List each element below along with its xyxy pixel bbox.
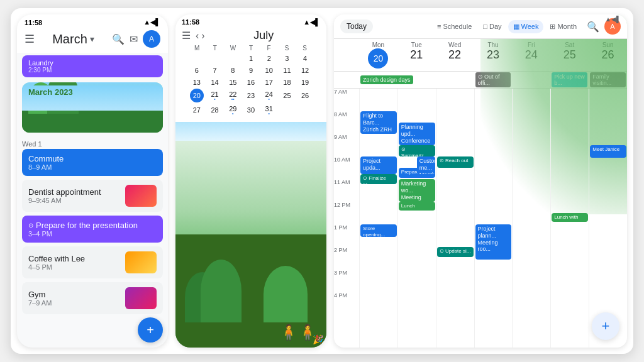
cal-nav: ☰ ‹ › July <box>182 29 320 42</box>
mon-label: Mon <box>359 41 397 48</box>
cal-day-30[interactable]: 30 <box>242 103 260 117</box>
week-header: Today ≡ Schedule □ Day ▦ Week ⊞ Month <box>334 14 627 39</box>
col-sat: S <box>278 45 296 52</box>
laundry-event[interactable]: Laundry 2:30 PM <box>22 55 163 77</box>
cal-day-21[interactable]: 21• <box>206 89 224 102</box>
tab-week[interactable]: ▦ Week <box>508 20 544 33</box>
empty-wed-all <box>436 72 474 88</box>
cal-days: 1 2 3 4 6 7 8 9 10 11 12 13 14 15 16 <box>188 53 314 117</box>
cal-day-1[interactable]: 1 <box>242 53 260 64</box>
prev-month-btn[interactable]: ‹ <box>196 30 199 41</box>
events-col-wed: ⊙ Reach out ⊙ Update sl... <box>436 89 474 348</box>
flight-event[interactable]: Flight to Barc...Zürich ZRH <box>360 111 397 134</box>
cal-day-14[interactable]: 14 <box>206 77 224 88</box>
tab-schedule[interactable]: ≡ Schedule <box>432 20 477 33</box>
tab-month[interactable]: ⊞ Month <box>545 20 582 33</box>
cal-day-6[interactable]: 6 <box>188 65 206 76</box>
time-3pm: 3 PM <box>334 270 359 292</box>
cal-day-12[interactable]: 12 <box>296 65 314 76</box>
event-dentist[interactable]: Dentist appointment 9–9:45 AM <box>22 180 163 212</box>
cal-day-28[interactable]: 28 <box>206 103 224 117</box>
tab-day[interactable]: □ Day <box>478 20 506 33</box>
cal-day-16[interactable]: 16 <box>242 77 260 88</box>
cal-day-11[interactable]: 11 <box>279 65 296 76</box>
summarize-event[interactable]: ⊙ Summariz... <box>399 145 435 156</box>
cal-day-17[interactable]: 17 <box>260 77 278 88</box>
cal-day-2[interactable]: 2 <box>260 53 278 64</box>
week-day-tue[interactable]: Tue 21 <box>397 41 436 69</box>
search-icon[interactable]: 🔍 <box>112 33 125 45</box>
cal-signal: ▲◀▌ <box>303 18 320 26</box>
week-fab[interactable]: + <box>592 312 619 340</box>
avatar[interactable]: A <box>143 30 160 48</box>
laundry-time: 2:30 PM <box>28 67 157 74</box>
event-prepare[interactable]: ⊙ Prepare for the presentation 3–4 PM <box>22 216 163 243</box>
cal-day-29[interactable]: 29• <box>224 103 242 117</box>
cal-day-23[interactable]: 23 <box>242 89 260 102</box>
event-gym[interactable]: Gym 7–9 AM <box>22 282 163 314</box>
cal-day-26[interactable]: 26 <box>296 89 314 102</box>
cal-hamburger-icon[interactable]: ☰ <box>182 30 191 41</box>
hamburger-icon[interactable]: ☰ <box>25 32 35 46</box>
cal-day-4[interactable]: 4 <box>296 53 314 64</box>
col-sun: S <box>296 45 314 52</box>
tue-num: 21 <box>397 48 436 62</box>
week-body: 7 AM 8 AM 9 AM 10 AM 11 AM 12 PM 1 PM 2 … <box>334 89 627 348</box>
project-update-event[interactable]: Project upda... <box>360 156 397 174</box>
cal-day-9[interactable]: 9 <box>242 65 260 76</box>
cal-day-25[interactable]: 25 <box>279 89 296 102</box>
meet-janice-event[interactable]: Meet Janice <box>590 145 626 158</box>
col-mon: M <box>188 45 206 52</box>
lunch-event[interactable]: Lunch <box>399 202 435 211</box>
cal-day-24[interactable]: 24• <box>260 89 278 102</box>
cal-day-15[interactable]: 15 <box>224 77 242 88</box>
wed-label: Wed <box>436 41 474 48</box>
next-month-btn[interactable]: › <box>201 30 204 41</box>
time-2pm: 2 PM <box>334 247 359 270</box>
cal-day-22[interactable]: 22•• <box>224 89 242 102</box>
event-dentist-time: 9–9:45 AM <box>28 197 120 204</box>
week-day-mon[interactable]: Mon 20 <box>359 41 397 69</box>
event-prepare-title: Prepare for the presentation <box>36 221 138 230</box>
planning-event[interactable]: Planning upd...Conference r... <box>399 123 435 145</box>
finalize-event[interactable]: ⊙ Finalize pr... <box>360 174 397 184</box>
cal-day-3[interactable]: 3 <box>279 53 296 64</box>
today-button[interactable]: Today <box>340 19 373 33</box>
day-header: Wed 1 <box>22 138 163 149</box>
cal-month-name: July <box>208 29 320 42</box>
search-button[interactable]: 🔍 <box>586 19 601 34</box>
cal-day-13[interactable]: 13 <box>188 77 206 88</box>
cal-day-10[interactable]: 10 <box>260 65 278 76</box>
month-title: March ▾ <box>52 32 94 47</box>
project-plan-event[interactable]: Project plann...Meeting roo... <box>475 224 512 260</box>
col-thu: T <box>242 45 260 52</box>
event-coffee-title: Coffee with Lee <box>28 254 120 263</box>
cal-day-7[interactable]: 7 <box>206 65 224 76</box>
cal-day-18[interactable]: 18 <box>279 77 296 88</box>
cal-day-31[interactable]: 31• <box>260 103 278 117</box>
cal-day-20-today[interactable]: 20 <box>190 89 204 102</box>
events-col-sun: Meet Janice <box>589 89 627 348</box>
email-icon[interactable]: ✉ <box>130 33 138 45</box>
event-coffee-time: 4–5 PM <box>28 263 120 271</box>
cal-time: 11:58 <box>182 18 199 26</box>
schedule-fab[interactable]: + <box>138 317 163 343</box>
week-status: ▲◀▌ <box>605 16 621 23</box>
update-slides-event[interactable]: ⊙ Update sl... <box>437 247 474 257</box>
cal-day-empty-end <box>279 103 296 117</box>
cal-day-27[interactable]: 27 <box>188 103 206 117</box>
event-coffee[interactable]: Coffee with Lee 4–5 PM <box>22 246 163 278</box>
zurich-event[interactable]: Zürich design days <box>359 72 436 88</box>
week-day-wed[interactable]: Wed 22 <box>436 41 474 69</box>
marketing-event[interactable]: Marketing wo...Meeting roo... <box>399 179 435 202</box>
cal-day-8[interactable]: 8 <box>224 65 242 76</box>
reach-out-event[interactable]: ⊙ Reach out <box>437 156 474 168</box>
event-gym-title: Gym <box>28 290 120 299</box>
lunch-n-event[interactable]: Lunch with N... <box>552 213 588 222</box>
week-panel: Today ≡ Schedule □ Day ▦ Week ⊞ Month <box>334 14 627 348</box>
store-opening-event[interactable]: Store opening... <box>360 224 397 237</box>
event-commute[interactable]: Commute 8–9 AM <box>22 149 163 176</box>
customer-event[interactable]: Customer me...Meeting roo... <box>417 156 435 174</box>
schedule-tab-label: Schedule <box>443 23 472 30</box>
cal-day-19[interactable]: 19 <box>296 77 314 88</box>
